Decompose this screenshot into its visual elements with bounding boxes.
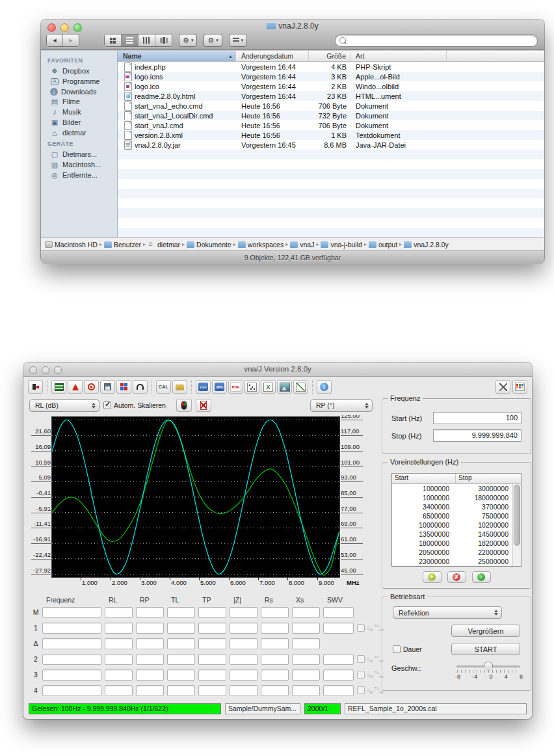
marker-value-field[interactable]: [105, 654, 133, 665]
marker-value-field[interactable]: [136, 669, 164, 681]
table-row-start-vnaj-localdir-cmd[interactable]: start_vnaJ_LocalDir.cmdHeute 16:56732 By…: [118, 111, 544, 120]
marker-value-field[interactable]: [292, 623, 320, 634]
preset-row[interactable]: 1000000180000000: [392, 493, 512, 502]
marker-value-field[interactable]: [230, 623, 257, 634]
marker-value-field[interactable]: [323, 607, 354, 618]
export-sample-button[interactable]: [244, 380, 259, 394]
column-header-gr-e[interactable]: Größe: [309, 51, 350, 61]
marker-value-field[interactable]: [105, 623, 133, 634]
path-segment-output[interactable]: output: [369, 241, 397, 249]
marker-tune-checkbox[interactable]: [357, 686, 365, 694]
export-jpg-button[interactable]: JPG: [212, 380, 227, 394]
zoom-button[interactable]: [54, 366, 62, 374]
stop-frequency-field[interactable]: 9.999.999.840: [433, 429, 521, 442]
marker-value-field[interactable]: [136, 623, 164, 634]
marker-value-field[interactable]: [198, 654, 226, 665]
scrollbar-thumb[interactable]: [514, 485, 520, 546]
finder-titlebar[interactable]: vnaJ.2.8.0y ◄ ► ⚙▾ ⚙▾ ▾: [41, 20, 544, 50]
table-row-index-php[interactable]: index.phpVorgestern 16:444 KBPHP-Skript: [118, 62, 544, 72]
sidebar-item-dietmars[interactable]: Dietmars...: [41, 149, 117, 159]
sidebar-item-macintosh[interactable]: Macintosh...: [41, 159, 117, 170]
sidebar-item-downloads[interactable]: Downloads: [41, 87, 117, 96]
marker-tune-checkbox[interactable]: [357, 671, 365, 679]
mode-select[interactable]: Reflektion: [393, 606, 502, 619]
sidebar-item-musik[interactable]: Musik: [41, 107, 117, 117]
marker-value-field[interactable]: [261, 669, 289, 681]
info-button[interactable]: i: [317, 380, 332, 394]
settings-button[interactable]: [495, 380, 510, 394]
frequency-table-button[interactable]: [116, 380, 131, 394]
zoom-chart-button[interactable]: Vergrößern: [451, 625, 520, 637]
marker-value-field[interactable]: [292, 607, 320, 618]
preset-row[interactable]: 34000003700000: [392, 502, 512, 511]
marker-value-field[interactable]: [167, 623, 195, 634]
export-csv-button[interactable]: csv: [196, 380, 211, 394]
marker-value-field[interactable]: [136, 654, 164, 665]
presets-scrollbar[interactable]: [512, 484, 521, 566]
start-scan-button[interactable]: START: [451, 643, 520, 655]
start-frequency-field[interactable]: 100: [433, 412, 521, 424]
column-view-button[interactable]: [138, 34, 155, 46]
marker-value-field[interactable]: [167, 654, 195, 665]
path-segment-dokumente[interactable]: Dokumente: [187, 241, 231, 249]
list-view-button[interactable]: [122, 34, 138, 46]
marker-value-field[interactable]: [136, 638, 164, 649]
continuous-checkbox-row[interactable]: Dauer: [393, 645, 422, 653]
export-xls-button[interactable]: X: [261, 380, 276, 394]
marker-value-field[interactable]: [230, 669, 257, 681]
continuous-checkbox[interactable]: [393, 645, 401, 653]
speed-slider[interactable]: -8-4048: [456, 662, 520, 681]
marker-value-field[interactable]: [167, 638, 195, 649]
save-button[interactable]: [100, 380, 115, 394]
left-scale-select[interactable]: RL (dB): [29, 399, 99, 412]
vnaj-titlebar[interactable]: vna/J Version 2.8.0y: [23, 363, 532, 377]
timer-button[interactable]: [84, 380, 99, 394]
marker-value-field[interactable]: [261, 607, 289, 618]
arrange-menu-button[interactable]: ▾: [229, 34, 248, 47]
marker-value-field[interactable]: [261, 623, 289, 634]
path-segment-vnaj[interactable]: vnaJ: [290, 241, 314, 249]
table-row-logo-ico[interactable]: logo.icoVorgestern 16:442 KBWindo...olbi…: [118, 81, 544, 91]
calibration-button[interactable]: CAL: [156, 380, 171, 394]
coverflow-view-button[interactable]: [155, 34, 172, 46]
table-row-readme-2-8-0y-html[interactable]: readme.2.8.0y.htmlVorgestern 16:4423 KBH…: [118, 91, 544, 101]
autoscale-checkbox-row[interactable]: Autom. Skalieren: [103, 401, 166, 409]
marker-value-field[interactable]: [198, 623, 226, 634]
path-segment-vnaj-2-8-0y[interactable]: vnaJ.2.8.0y: [404, 241, 449, 249]
marker-value-field[interactable]: [230, 654, 257, 665]
path-segment-macintosh-hd[interactable]: Macintosh HD: [45, 241, 98, 249]
marker-tune-checkbox[interactable]: [357, 624, 365, 632]
marker-value-field[interactable]: [230, 638, 257, 649]
marker-value-field[interactable]: [42, 654, 101, 665]
autoscale-checkbox[interactable]: [103, 401, 111, 409]
marker-value-field[interactable]: [198, 607, 226, 618]
preset-row[interactable]: 1350000014500000: [392, 530, 512, 539]
right-scale-select[interactable]: RP (°): [310, 399, 373, 412]
close-button[interactable]: [29, 366, 37, 374]
back-button[interactable]: ◄: [47, 34, 63, 46]
marker-value-field[interactable]: [323, 623, 354, 634]
generator-button[interactable]: [51, 380, 66, 394]
marker-value-field[interactable]: [323, 685, 354, 696]
export-pdf-button[interactable]: PDF: [228, 380, 243, 394]
color-wheel-button[interactable]: [176, 399, 192, 412]
column-header-name[interactable]: Name▲: [118, 51, 236, 61]
marker-value-field[interactable]: [167, 669, 195, 681]
marker-value-field[interactable]: [198, 685, 226, 696]
preset-row[interactable]: 100000030000000: [392, 484, 512, 493]
marker-value-field[interactable]: [292, 669, 320, 681]
plot-area[interactable]: [51, 416, 340, 578]
marker-value-field[interactable]: [42, 685, 101, 696]
marker-value-field[interactable]: [198, 669, 226, 681]
export-chart-button[interactable]: [293, 380, 308, 394]
marker-tune-checkbox[interactable]: [357, 655, 365, 663]
marker-value-field[interactable]: [323, 654, 354, 665]
add-preset-button[interactable]: +: [423, 571, 442, 583]
sidebar-item-programme[interactable]: Programme: [41, 76, 117, 87]
marker-value-field[interactable]: [198, 638, 226, 649]
preset-row[interactable]: 2050000022000000: [392, 548, 512, 557]
marker-value-field[interactable]: [105, 607, 133, 618]
sidebar-item-dietmar[interactable]: dietmar: [41, 128, 117, 138]
preset-row[interactable]: 1800000018200000: [392, 539, 512, 548]
preset-row[interactable]: 2300000025000000: [392, 557, 512, 566]
